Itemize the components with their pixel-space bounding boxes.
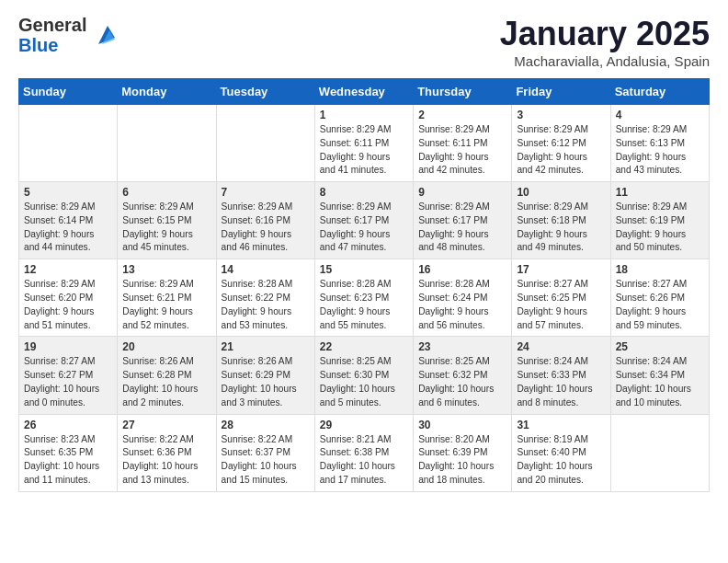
day-info: Sunrise: 8:28 AM Sunset: 6:23 PM Dayligh… xyxy=(320,278,408,332)
calendar-day-10: 10Sunrise: 8:29 AM Sunset: 6:18 PM Dayli… xyxy=(512,182,610,259)
weekday-header-monday: Monday xyxy=(118,79,216,105)
day-info: Sunrise: 8:28 AM Sunset: 6:24 PM Dayligh… xyxy=(418,278,506,332)
calendar-day-26: 26Sunrise: 8:23 AM Sunset: 6:35 PM Dayli… xyxy=(19,414,118,491)
logo-blue: Blue xyxy=(18,35,86,55)
header: General Blue January 2025 Macharavialla,… xyxy=(18,15,710,69)
day-info: Sunrise: 8:28 AM Sunset: 6:22 PM Dayligh… xyxy=(222,278,310,332)
calendar-week-row: 1Sunrise: 8:29 AM Sunset: 6:11 PM Daylig… xyxy=(19,105,710,182)
day-number: 9 xyxy=(418,186,506,199)
day-info: Sunrise: 8:29 AM Sunset: 6:18 PM Dayligh… xyxy=(517,201,605,255)
calendar-week-row: 5Sunrise: 8:29 AM Sunset: 6:14 PM Daylig… xyxy=(19,182,710,259)
day-info: Sunrise: 8:21 AM Sunset: 6:38 PM Dayligh… xyxy=(320,433,408,488)
day-number: 10 xyxy=(517,186,605,199)
calendar-day-19: 19Sunrise: 8:27 AM Sunset: 6:27 PM Dayli… xyxy=(19,337,118,414)
weekday-header-tuesday: Tuesday xyxy=(216,79,314,105)
weekday-header-thursday: Thursday xyxy=(414,79,512,105)
day-number: 18 xyxy=(616,263,704,276)
day-info: Sunrise: 8:29 AM Sunset: 6:14 PM Dayligh… xyxy=(24,201,112,255)
weekday-header-friday: Friday xyxy=(512,79,610,105)
day-number: 20 xyxy=(122,340,210,353)
day-number: 25 xyxy=(616,340,704,353)
day-number: 27 xyxy=(122,419,210,431)
calendar-day-14: 14Sunrise: 8:28 AM Sunset: 6:22 PM Dayli… xyxy=(216,259,314,337)
day-number: 3 xyxy=(517,109,605,121)
day-info: Sunrise: 8:29 AM Sunset: 6:15 PM Dayligh… xyxy=(122,201,210,255)
day-info: Sunrise: 8:29 AM Sunset: 6:19 PM Dayligh… xyxy=(616,201,704,255)
calendar-day-11: 11Sunrise: 8:29 AM Sunset: 6:19 PM Dayli… xyxy=(610,182,709,259)
logo-general: General xyxy=(18,15,86,35)
day-number: 31 xyxy=(517,419,605,431)
calendar-day-9: 9Sunrise: 8:29 AM Sunset: 6:17 PM Daylig… xyxy=(414,182,512,259)
calendar-empty-cell xyxy=(216,105,314,182)
day-number: 13 xyxy=(122,263,210,276)
calendar-day-29: 29Sunrise: 8:21 AM Sunset: 6:38 PM Dayli… xyxy=(314,414,413,491)
day-number: 8 xyxy=(320,186,408,199)
calendar-day-5: 5Sunrise: 8:29 AM Sunset: 6:14 PM Daylig… xyxy=(19,182,118,259)
calendar-day-2: 2Sunrise: 8:29 AM Sunset: 6:11 PM Daylig… xyxy=(414,105,512,182)
day-info: Sunrise: 8:29 AM Sunset: 6:17 PM Dayligh… xyxy=(418,201,506,255)
day-number: 19 xyxy=(24,340,112,353)
day-info: Sunrise: 8:24 AM Sunset: 6:33 PM Dayligh… xyxy=(517,355,605,409)
day-info: Sunrise: 8:29 AM Sunset: 6:20 PM Dayligh… xyxy=(24,278,112,332)
calendar-day-21: 21Sunrise: 8:26 AM Sunset: 6:29 PM Dayli… xyxy=(216,337,314,414)
day-info: Sunrise: 8:24 AM Sunset: 6:34 PM Dayligh… xyxy=(616,355,704,409)
calendar-day-20: 20Sunrise: 8:26 AM Sunset: 6:28 PM Dayli… xyxy=(118,337,216,414)
day-number: 5 xyxy=(24,186,112,199)
day-info: Sunrise: 8:27 AM Sunset: 6:25 PM Dayligh… xyxy=(517,278,605,332)
calendar-day-18: 18Sunrise: 8:27 AM Sunset: 6:26 PM Dayli… xyxy=(610,259,709,337)
calendar-day-3: 3Sunrise: 8:29 AM Sunset: 6:12 PM Daylig… xyxy=(512,105,610,182)
calendar-day-4: 4Sunrise: 8:29 AM Sunset: 6:13 PM Daylig… xyxy=(610,105,709,182)
day-info: Sunrise: 8:27 AM Sunset: 6:26 PM Dayligh… xyxy=(616,278,704,332)
day-number: 21 xyxy=(222,340,310,353)
day-number: 6 xyxy=(122,186,210,199)
day-number: 17 xyxy=(517,263,605,276)
weekday-header-sunday: Sunday xyxy=(19,79,118,105)
day-info: Sunrise: 8:20 AM Sunset: 6:39 PM Dayligh… xyxy=(418,433,506,488)
calendar-day-7: 7Sunrise: 8:29 AM Sunset: 6:16 PM Daylig… xyxy=(216,182,314,259)
calendar-empty-cell xyxy=(118,105,216,182)
day-number: 2 xyxy=(418,109,506,121)
day-info: Sunrise: 8:29 AM Sunset: 6:13 PM Dayligh… xyxy=(616,123,704,178)
weekday-header-row: SundayMondayTuesdayWednesdayThursdayFrid… xyxy=(19,79,710,105)
calendar-day-1: 1Sunrise: 8:29 AM Sunset: 6:11 PM Daylig… xyxy=(314,105,413,182)
weekday-header-saturday: Saturday xyxy=(610,79,709,105)
day-number: 1 xyxy=(320,109,408,121)
day-info: Sunrise: 8:22 AM Sunset: 6:36 PM Dayligh… xyxy=(122,433,210,488)
calendar-day-16: 16Sunrise: 8:28 AM Sunset: 6:24 PM Dayli… xyxy=(414,259,512,337)
day-info: Sunrise: 8:29 AM Sunset: 6:16 PM Dayligh… xyxy=(222,201,310,255)
day-number: 12 xyxy=(24,263,112,276)
day-info: Sunrise: 8:25 AM Sunset: 6:30 PM Dayligh… xyxy=(320,355,408,409)
day-number: 26 xyxy=(24,419,112,431)
calendar-day-27: 27Sunrise: 8:22 AM Sunset: 6:36 PM Dayli… xyxy=(118,414,216,491)
day-number: 15 xyxy=(320,263,408,276)
day-number: 28 xyxy=(222,419,310,431)
page: General Blue January 2025 Macharavialla,… xyxy=(0,0,728,511)
day-info: Sunrise: 8:29 AM Sunset: 6:21 PM Dayligh… xyxy=(122,278,210,332)
calendar-day-13: 13Sunrise: 8:29 AM Sunset: 6:21 PM Dayli… xyxy=(118,259,216,337)
day-number: 22 xyxy=(320,340,408,353)
day-info: Sunrise: 8:19 AM Sunset: 6:40 PM Dayligh… xyxy=(517,433,605,488)
calendar-week-row: 26Sunrise: 8:23 AM Sunset: 6:35 PM Dayli… xyxy=(19,414,710,491)
day-number: 23 xyxy=(418,340,506,353)
calendar-day-17: 17Sunrise: 8:27 AM Sunset: 6:25 PM Dayli… xyxy=(512,259,610,337)
weekday-header-wednesday: Wednesday xyxy=(314,79,413,105)
calendar-table: SundayMondayTuesdayWednesdayThursdayFrid… xyxy=(18,78,710,492)
calendar-day-30: 30Sunrise: 8:20 AM Sunset: 6:39 PM Dayli… xyxy=(414,414,512,491)
day-number: 4 xyxy=(616,109,704,121)
day-info: Sunrise: 8:29 AM Sunset: 6:11 PM Dayligh… xyxy=(418,123,506,178)
day-info: Sunrise: 8:25 AM Sunset: 6:32 PM Dayligh… xyxy=(418,355,506,409)
day-number: 16 xyxy=(418,263,506,276)
calendar-day-25: 25Sunrise: 8:24 AM Sunset: 6:34 PM Dayli… xyxy=(610,337,709,414)
day-info: Sunrise: 8:29 AM Sunset: 6:17 PM Dayligh… xyxy=(320,201,408,255)
day-number: 11 xyxy=(616,186,704,199)
logo-text: General Blue xyxy=(18,15,117,55)
day-info: Sunrise: 8:29 AM Sunset: 6:12 PM Dayligh… xyxy=(517,123,605,178)
day-info: Sunrise: 8:23 AM Sunset: 6:35 PM Dayligh… xyxy=(24,433,112,488)
day-number: 7 xyxy=(222,186,310,199)
day-info: Sunrise: 8:27 AM Sunset: 6:27 PM Dayligh… xyxy=(24,355,112,409)
calendar-empty-cell xyxy=(610,414,709,491)
calendar-day-15: 15Sunrise: 8:28 AM Sunset: 6:23 PM Dayli… xyxy=(314,259,413,337)
calendar-title: January 2025 xyxy=(500,15,710,53)
calendar-day-12: 12Sunrise: 8:29 AM Sunset: 6:20 PM Dayli… xyxy=(19,259,118,337)
calendar-week-row: 12Sunrise: 8:29 AM Sunset: 6:20 PM Dayli… xyxy=(19,259,710,337)
